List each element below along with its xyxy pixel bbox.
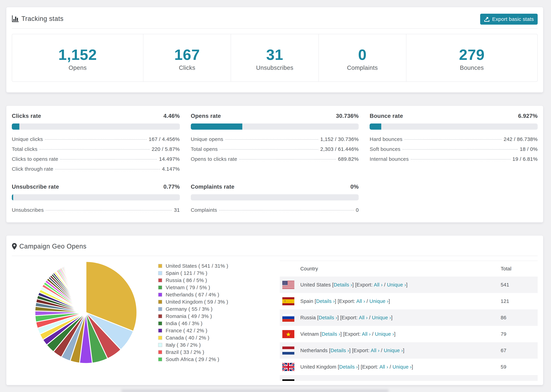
rate-value: 0% <box>350 183 359 190</box>
rate-item-value: 31 <box>174 207 180 213</box>
export-unique-link[interactable]: Unique › <box>377 381 396 381</box>
export-unique-link[interactable]: Unique › <box>369 298 389 304</box>
country-cell: United States [Details ›] [Export: All ›… <box>300 277 501 293</box>
below-fold-shadow <box>121 389 389 392</box>
rate-item: Soft bounces 18 / 0% <box>370 146 538 156</box>
details-link[interactable]: Details › <box>322 331 340 337</box>
bracket: [ <box>323 381 324 381</box>
legend-label: France ( 42 / 2% ) <box>166 328 207 334</box>
export-all-link[interactable]: All › <box>359 315 367 320</box>
rates-card: Clicks rate 4.46% Unique clicks 167 / 4.… <box>6 105 544 223</box>
rate-title: Bounce rate <box>370 113 403 119</box>
details-link[interactable]: Details › <box>334 282 352 287</box>
export-all-link[interactable]: All › <box>356 298 365 304</box>
export-unique-link[interactable]: Unique › <box>393 364 412 370</box>
legend-swatch <box>158 286 162 290</box>
rates-grid: Clicks rate 4.46% Unique clicks 167 / 4.… <box>12 113 538 217</box>
export-unique-link[interactable]: Unique › <box>372 315 391 320</box>
rate-item: Hard bounces 242 / 86.738% <box>370 136 538 146</box>
rate-section: Complaints rate 0% Complaints 0 <box>191 183 359 217</box>
flag-column-header <box>280 261 300 277</box>
export-unique-link[interactable]: Unique › <box>387 282 406 287</box>
geo-pie-chart[interactable] <box>29 256 142 370</box>
legend-swatch <box>158 307 162 311</box>
slash: / <box>383 282 387 287</box>
legend-swatch <box>158 300 162 304</box>
export-all-link[interactable]: All › <box>362 331 371 337</box>
country-name: Russia <box>300 315 317 320</box>
export-unique-link[interactable]: Unique › <box>375 331 394 337</box>
export-unique-link[interactable]: Unique › <box>384 348 403 353</box>
country-flag-icon <box>282 330 294 338</box>
summary-stat-label: Unsubscribes <box>231 64 318 71</box>
country-total: 67 <box>501 342 538 359</box>
summary-stat: 31 Unsubscribes <box>231 34 318 81</box>
rate-item-value: 14.497% <box>159 156 180 162</box>
country-cell: Vietnam [Details ›] [Export: All › / Uni… <box>300 326 501 342</box>
country-flag-icon <box>282 314 294 322</box>
bracket: [ <box>332 282 333 287</box>
rate-title: Complaints rate <box>191 183 234 190</box>
export-all-link[interactable]: All › <box>379 364 388 370</box>
rate-item-label: Clicks to opens rate <box>12 156 58 162</box>
country-flag-icon <box>282 281 294 289</box>
summary-stats-row: 1,152 Opens 167 Clicks 31 Unsubscribes 0… <box>12 34 538 82</box>
country-column-header: Country <box>300 261 501 277</box>
summary-stat-label: Complaints <box>319 64 406 71</box>
export-all-link[interactable]: All › <box>371 348 379 353</box>
campaign-geo-opens-title-text: Campaign Geo Opens <box>19 243 87 250</box>
bracket: ] <box>391 315 393 320</box>
bracket: ] <box>389 298 390 304</box>
rate-item-label: Soft bounces <box>370 146 400 152</box>
details-link[interactable]: Details › <box>330 348 349 353</box>
export-all-link[interactable]: All › <box>374 282 383 287</box>
summary-stat-label: Clicks <box>143 64 231 71</box>
slash: / <box>373 381 377 381</box>
country-cell: Netherlands [Details ›] [Export: All › /… <box>300 342 501 359</box>
country-row: United Kingdom [Details ›] [Export: All … <box>280 359 538 375</box>
country-total: 59 <box>501 359 538 375</box>
progress-bar <box>191 194 359 200</box>
progress-bar <box>12 124 180 130</box>
progress-bar-fill <box>12 124 19 130</box>
rate-item-label: Opens to clicks rate <box>191 156 237 162</box>
progress-bar <box>12 194 180 200</box>
geo-table-area: Country Total United States [Details › <box>280 256 538 381</box>
export-label: ] [Export: <box>335 298 356 304</box>
rate-item: Clicks to opens rate 14.497% <box>12 156 180 166</box>
legend-item: Romania ( 49 / 3% ) <box>158 313 228 320</box>
rate-item-label: Unsubscribes <box>12 207 44 213</box>
dotted-leader <box>411 159 510 160</box>
rate-item-value: 220 / 5.87% <box>152 146 180 152</box>
export-label: ] [Export: <box>358 364 379 370</box>
country-total: 79 <box>501 326 538 342</box>
country-row: Russia [Details ›] [Export: All › / Uniq… <box>280 309 538 326</box>
legend-swatch <box>158 293 162 297</box>
summary-stat: 1,152 Opens <box>12 34 143 81</box>
rate-item-value: 4.147% <box>162 166 180 172</box>
bracket: ] <box>396 381 398 381</box>
country-flag-icon <box>282 297 294 305</box>
country-row: Vietnam [Details ›] [Export: All › / Uni… <box>280 326 538 342</box>
campaign-geo-opens-title: Campaign Geo Opens <box>12 243 87 250</box>
rate-value: 6.927% <box>518 113 538 119</box>
rate-item-value: 689.82% <box>338 156 359 162</box>
details-link[interactable]: Details › <box>339 364 358 370</box>
export-basic-stats-button[interactable]: Export basic stats <box>480 14 538 25</box>
country-row: Germany [Details ›] [Export: All › / Uni… <box>280 375 538 381</box>
rate-item-label: Hard bounces <box>370 136 403 142</box>
export-all-link[interactable]: All › <box>364 381 373 381</box>
details-link[interactable]: Details › <box>319 315 337 320</box>
bracket: ] <box>406 282 407 287</box>
export-icon <box>484 16 490 22</box>
legend-label: Vietnam ( 79 / 5% ) <box>166 285 210 290</box>
rate-section: Opens rate 30.736% Unique opens 1,152 / … <box>191 113 359 176</box>
details-link[interactable]: Details › <box>324 381 343 381</box>
rate-item-value: 19 / 6.81% <box>513 156 538 162</box>
details-link[interactable]: Details › <box>316 298 335 304</box>
rate-item-label: Total opens <box>191 146 218 152</box>
legend-item: Italy ( 36 / 2% ) <box>158 341 228 349</box>
geo-table-scroll[interactable]: Country Total United States [Details › <box>280 261 538 381</box>
legend-item: Netherlands ( 67 / 4% ) <box>158 291 228 298</box>
summary-stat: 0 Complaints <box>318 34 406 81</box>
